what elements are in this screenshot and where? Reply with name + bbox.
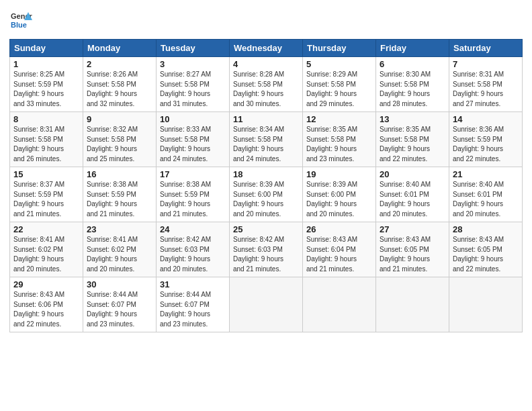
day-number: 27 xyxy=(380,224,445,234)
day-number: 12 xyxy=(306,114,372,124)
calendar-cell: 31 Sunrise: 8:44 AMSunset: 6:07 PMDaylig… xyxy=(157,277,230,332)
day-number: 13 xyxy=(380,114,445,124)
calendar-cell: 26 Sunrise: 8:43 AMSunset: 6:04 PMDaylig… xyxy=(303,222,376,277)
day-number: 10 xyxy=(160,114,226,124)
day-number: 15 xyxy=(13,169,79,179)
day-number: 26 xyxy=(306,224,372,234)
day-number: 2 xyxy=(87,59,152,69)
calendar-cell: 11 Sunrise: 8:34 AMSunset: 5:58 PMDaylig… xyxy=(230,112,303,167)
calendar-cell xyxy=(376,277,449,332)
calendar-cell: 5 Sunrise: 8:29 AMSunset: 5:58 PMDayligh… xyxy=(303,57,376,112)
week-row-3: 15 Sunrise: 8:37 AMSunset: 5:59 PMDaylig… xyxy=(10,167,523,222)
day-info: Sunrise: 8:30 AMSunset: 5:58 PMDaylight:… xyxy=(380,70,445,109)
week-row-5: 29 Sunrise: 8:43 AMSunset: 6:06 PMDaylig… xyxy=(10,277,523,332)
calendar-cell: 12 Sunrise: 8:35 AMSunset: 5:58 PMDaylig… xyxy=(303,112,376,167)
weekday-header-friday: Friday xyxy=(376,40,449,57)
calendar-cell: 19 Sunrise: 8:39 AMSunset: 6:00 PMDaylig… xyxy=(303,167,376,222)
calendar-cell: 15 Sunrise: 8:37 AMSunset: 5:59 PMDaylig… xyxy=(10,167,83,222)
day-info: Sunrise: 8:39 AMSunset: 6:00 PMDaylight:… xyxy=(233,180,299,219)
day-info: Sunrise: 8:38 AMSunset: 5:59 PMDaylight:… xyxy=(160,180,226,219)
calendar-cell: 24 Sunrise: 8:42 AMSunset: 6:03 PMDaylig… xyxy=(157,222,230,277)
day-number: 18 xyxy=(233,169,299,179)
day-info: Sunrise: 8:37 AMSunset: 5:59 PMDaylight:… xyxy=(13,180,79,219)
day-info: Sunrise: 8:35 AMSunset: 5:58 PMDaylight:… xyxy=(380,125,445,164)
day-info: Sunrise: 8:44 AMSunset: 6:07 PMDaylight:… xyxy=(160,290,226,329)
day-number: 24 xyxy=(160,224,226,234)
weekday-header-tuesday: Tuesday xyxy=(157,40,230,57)
day-info: Sunrise: 8:31 AMSunset: 5:58 PMDaylight:… xyxy=(13,125,79,164)
day-info: Sunrise: 8:28 AMSunset: 5:58 PMDaylight:… xyxy=(233,70,299,109)
logo-svg: General Blue xyxy=(9,9,32,32)
calendar-cell: 18 Sunrise: 8:39 AMSunset: 6:00 PMDaylig… xyxy=(230,167,303,222)
day-info: Sunrise: 8:35 AMSunset: 5:58 PMDaylight:… xyxy=(306,125,372,164)
day-number: 5 xyxy=(306,59,372,69)
day-number: 19 xyxy=(306,169,372,179)
day-number: 22 xyxy=(13,224,79,234)
logo: General Blue xyxy=(9,9,35,35)
weekday-header-monday: Monday xyxy=(83,40,157,57)
day-info: Sunrise: 8:33 AMSunset: 5:58 PMDaylight:… xyxy=(160,125,226,164)
calendar-cell: 9 Sunrise: 8:32 AMSunset: 5:58 PMDayligh… xyxy=(83,112,157,167)
day-info: Sunrise: 8:40 AMSunset: 6:01 PMDaylight:… xyxy=(380,180,445,219)
day-info: Sunrise: 8:29 AMSunset: 5:58 PMDaylight:… xyxy=(306,70,372,109)
page: General Blue SundayMondayTuesdayWednesda… xyxy=(0,0,532,411)
day-number: 25 xyxy=(233,224,299,234)
calendar-cell: 8 Sunrise: 8:31 AMSunset: 5:58 PMDayligh… xyxy=(10,112,83,167)
calendar-cell: 6 Sunrise: 8:30 AMSunset: 5:58 PMDayligh… xyxy=(376,57,449,112)
day-number: 30 xyxy=(87,279,152,289)
day-number: 28 xyxy=(453,224,519,234)
calendar-cell: 21 Sunrise: 8:40 AMSunset: 6:01 PMDaylig… xyxy=(449,167,523,222)
day-info: Sunrise: 8:43 AMSunset: 6:05 PMDaylight:… xyxy=(453,235,519,274)
day-number: 17 xyxy=(160,169,226,179)
calendar-cell: 1 Sunrise: 8:25 AMSunset: 5:59 PMDayligh… xyxy=(10,57,83,112)
day-number: 1 xyxy=(13,59,79,69)
day-number: 20 xyxy=(380,169,445,179)
calendar-cell xyxy=(303,277,376,332)
weekday-header-thursday: Thursday xyxy=(303,40,376,57)
calendar-cell: 29 Sunrise: 8:43 AMSunset: 6:06 PMDaylig… xyxy=(10,277,83,332)
header: General Blue xyxy=(9,7,523,35)
svg-text:Blue: Blue xyxy=(11,21,27,29)
day-number: 8 xyxy=(13,114,79,124)
day-info: Sunrise: 8:39 AMSunset: 6:00 PMDaylight:… xyxy=(306,180,372,219)
day-info: Sunrise: 8:26 AMSunset: 5:58 PMDaylight:… xyxy=(87,70,152,109)
day-number: 3 xyxy=(160,59,226,69)
day-info: Sunrise: 8:31 AMSunset: 5:58 PMDaylight:… xyxy=(453,70,519,109)
day-info: Sunrise: 8:34 AMSunset: 5:58 PMDaylight:… xyxy=(233,125,299,164)
calendar-cell: 7 Sunrise: 8:31 AMSunset: 5:58 PMDayligh… xyxy=(449,57,523,112)
week-row-2: 8 Sunrise: 8:31 AMSunset: 5:58 PMDayligh… xyxy=(10,112,523,167)
day-info: Sunrise: 8:42 AMSunset: 6:03 PMDaylight:… xyxy=(160,235,226,274)
weekday-header-saturday: Saturday xyxy=(449,40,523,57)
weekday-header-wednesday: Wednesday xyxy=(230,40,303,57)
day-number: 11 xyxy=(233,114,299,124)
calendar-cell: 27 Sunrise: 8:43 AMSunset: 6:05 PMDaylig… xyxy=(376,222,449,277)
day-info: Sunrise: 8:43 AMSunset: 6:05 PMDaylight:… xyxy=(380,235,445,274)
calendar-cell: 3 Sunrise: 8:27 AMSunset: 5:58 PMDayligh… xyxy=(157,57,230,112)
calendar-cell: 17 Sunrise: 8:38 AMSunset: 5:59 PMDaylig… xyxy=(157,167,230,222)
day-number: 31 xyxy=(160,279,226,289)
logo-text: General Blue xyxy=(9,9,35,35)
day-info: Sunrise: 8:40 AMSunset: 6:01 PMDaylight:… xyxy=(453,180,519,219)
week-row-4: 22 Sunrise: 8:41 AMSunset: 6:02 PMDaylig… xyxy=(10,222,523,277)
day-info: Sunrise: 8:44 AMSunset: 6:07 PMDaylight:… xyxy=(87,290,152,329)
day-number: 7 xyxy=(453,59,519,69)
calendar-cell: 14 Sunrise: 8:36 AMSunset: 5:59 PMDaylig… xyxy=(449,112,523,167)
calendar-cell: 2 Sunrise: 8:26 AMSunset: 5:58 PMDayligh… xyxy=(83,57,157,112)
calendar-cell: 20 Sunrise: 8:40 AMSunset: 6:01 PMDaylig… xyxy=(376,167,449,222)
day-number: 16 xyxy=(87,169,152,179)
day-info: Sunrise: 8:43 AMSunset: 6:06 PMDaylight:… xyxy=(13,290,79,329)
day-number: 23 xyxy=(87,224,152,234)
calendar-cell: 22 Sunrise: 8:41 AMSunset: 6:02 PMDaylig… xyxy=(10,222,83,277)
calendar-cell: 25 Sunrise: 8:42 AMSunset: 6:03 PMDaylig… xyxy=(230,222,303,277)
day-number: 4 xyxy=(233,59,299,69)
day-info: Sunrise: 8:25 AMSunset: 5:59 PMDaylight:… xyxy=(13,70,79,109)
day-number: 21 xyxy=(453,169,519,179)
week-row-1: 1 Sunrise: 8:25 AMSunset: 5:59 PMDayligh… xyxy=(10,57,523,112)
day-info: Sunrise: 8:42 AMSunset: 6:03 PMDaylight:… xyxy=(233,235,299,274)
day-info: Sunrise: 8:32 AMSunset: 5:58 PMDaylight:… xyxy=(87,125,152,164)
day-info: Sunrise: 8:41 AMSunset: 6:02 PMDaylight:… xyxy=(13,235,79,274)
calendar-cell: 30 Sunrise: 8:44 AMSunset: 6:07 PMDaylig… xyxy=(83,277,157,332)
calendar-cell: 4 Sunrise: 8:28 AMSunset: 5:58 PMDayligh… xyxy=(230,57,303,112)
day-number: 14 xyxy=(453,114,519,124)
weekday-header-sunday: Sunday xyxy=(10,40,83,57)
